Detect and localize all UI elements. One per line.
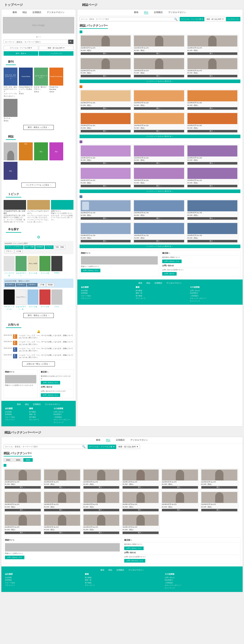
inquiry-btn[interactable]: お申し込みはこちら xyxy=(41,393,60,397)
tag-dtp[interactable]: DTP・印刷 xyxy=(24,245,35,249)
back-buy-btn-4-5[interactable]: 購入 → xyxy=(134,240,184,242)
bn-buy-btn-8[interactable]: 購入 → xyxy=(44,509,80,511)
bn-buy-btn-4[interactable]: 購入 → xyxy=(123,486,159,489)
bn-footer-nav-3[interactable]: 定期購読 xyxy=(116,569,124,571)
nav-books[interactable]: 書籍 xyxy=(12,11,17,14)
mag-footer-nav-1[interactable]: 書籍 xyxy=(138,282,142,284)
mag-item[interactable]: 雑誌 xyxy=(34,142,48,160)
tag-illust[interactable]: イラスト xyxy=(45,245,54,249)
back-buy-btn-4-3[interactable]: 購入 → xyxy=(187,217,237,220)
back-buy-btn-1-2[interactable]: 購入 → xyxy=(134,52,184,55)
book-item[interactable]: わかる！使える！デザイン わかる！使える！デザイン 著者名 xyxy=(34,68,48,98)
mag-inquiry-btn[interactable]: お問い合わせ xyxy=(162,272,177,276)
bn-buy-btn-16[interactable]: 購入 → xyxy=(123,532,159,534)
bn-nav-books[interactable]: 書籍 xyxy=(96,438,100,442)
back-buy-btn-4-4[interactable]: 購入 → xyxy=(81,240,131,242)
bn-item-6[interactable]: 2023年5月号 No.075 ¥1,500（税込） 購入 → xyxy=(200,468,238,490)
back-item-3-2[interactable]: 2023年5月号 No.202 ¥1,500（税込） 購入 → xyxy=(133,144,185,166)
back-buy-btn-3-3[interactable]: 購入 → xyxy=(187,162,237,165)
bn-search-input[interactable] xyxy=(4,446,81,448)
nav-magazine[interactable]: 雑誌 xyxy=(22,11,27,14)
bn-item-2[interactable]: 2023年5月号 No.075 ¥1,500（税込） 購入 → xyxy=(43,468,81,490)
back-buy-btn-1-3[interactable]: 購入 → xyxy=(187,52,237,55)
back-buy-btn-3-1[interactable]: 購入 → xyxy=(81,162,131,165)
search-input[interactable] xyxy=(4,40,67,44)
back-buy-btn-2-5[interactable]: 購入 → xyxy=(134,130,184,132)
bn-item-14[interactable]: 2023年5月号 No.075 ¥1,500（税込） 購入 → xyxy=(43,514,81,535)
mag-backnumber-btn[interactable]: バックナンバー xyxy=(226,17,240,21)
search-button[interactable]: 🔍 xyxy=(68,40,73,44)
back-item-1-6[interactable]: 2023年5月号 No.075 ¥1,500（税込） 購入 → xyxy=(186,57,238,79)
bn-buy-btn-11[interactable]: 購入 → xyxy=(162,509,198,511)
back-item-2-3[interactable]: 2023年6月号 No.302 ¥1,500（税込） 購入 → xyxy=(186,89,238,111)
back-item-2-5[interactable]: 2023年6月号 No.302 ¥1,500（税込） 購入 → xyxy=(133,112,185,134)
back-item-1-5[interactable]: 2023年5月号 No.075 ¥1,500（税込） 購入 → xyxy=(133,57,185,79)
bn-contact-apply-btn[interactable]: お申し込みはこちら xyxy=(124,546,144,550)
bn-nav-magazine[interactable]: 雑誌 xyxy=(106,438,110,442)
back-buy-btn-1-4[interactable]: 購入 → xyxy=(81,75,131,77)
back-item-3-3[interactable]: 2023年6月号 No.202 ¥1,500（税込） 購入 → xyxy=(186,144,238,166)
back-buy-btn-3-6[interactable]: 購入 → xyxy=(187,185,237,187)
back-item-1-4[interactable]: 2023年5月号 No.075 ¥1,500（税込） 購入 → xyxy=(80,57,132,79)
back-buy-btn-3-5[interactable]: 購入 → xyxy=(134,185,184,187)
bn-item-8[interactable]: 2023年5月号 No.075 ¥1,500（税込） 購入 → xyxy=(43,491,81,512)
bn-filter-btn1[interactable]: スペシャル・フィールド賞 ▼ xyxy=(88,445,116,449)
back-buy-btn-3-2[interactable]: 購入 → xyxy=(134,162,184,165)
back-item-1-1[interactable]: 2023年5月号 No.075 ¥1,500（税込） 購入 → xyxy=(80,34,132,56)
mag-search-icon[interactable]: 🔍 xyxy=(173,18,179,21)
footer-nav-mag[interactable]: 雑誌 xyxy=(25,403,29,406)
mag-item[interactable]: 雑誌 xyxy=(4,162,17,180)
bn-buy-btn-6[interactable]: 購入 → xyxy=(201,486,237,489)
back-item-1-2[interactable]: 2023年5月号 No.075 ¥1,500（税込） 購入 → xyxy=(133,34,185,56)
back-item-2-2[interactable]: 2023年6月号 No.302 ¥1,500（税込） 購入 → xyxy=(133,89,185,111)
mag-nav-digital[interactable]: デジタルマガジン xyxy=(168,11,186,14)
bn-related-btn[interactable]: お申し込みはこちら xyxy=(5,556,24,559)
bn-buy-btn-13[interactable]: 購入 → xyxy=(5,532,41,534)
tag2-2[interactable]: 中級者向け xyxy=(16,283,26,287)
back-buy-btn-1-6[interactable]: 購入 → xyxy=(187,75,237,77)
topic-item-2[interactable]: バックナンバーはデジタルマガジン バックナンバーはデジタルマガジンでご覧いただけ… xyxy=(27,200,50,223)
back-item-3-6[interactable]: 2023年6月号 No.202 ¥1,500（税込） 購入 → xyxy=(186,167,238,188)
back-item-2-1[interactable]: 2023年6月号 No.301 ¥1,500（税込） 購入 → xyxy=(80,89,132,111)
bn-buy-btn-12[interactable]: 購入 → xyxy=(201,509,237,511)
backnumber-btn[interactable]: バックナンバー xyxy=(39,51,73,56)
back-buy-btn-2-2[interactable]: 購入 → xyxy=(134,107,184,110)
mag-nav-magazine[interactable]: 雑誌 xyxy=(144,11,148,14)
back-buy-btn-2-4[interactable]: 購入 → xyxy=(81,130,131,132)
footer-nav-sub[interactable]: 定期購読 xyxy=(33,403,41,406)
tag-other[interactable]: その他 xyxy=(15,250,22,253)
back-buy-btn-1-5[interactable]: 購入 → xyxy=(134,75,184,77)
mag-more-btn[interactable]: バックナンバーもっと見る → xyxy=(21,183,56,188)
bn-buy-btn-3[interactable]: 購入 → xyxy=(83,486,120,489)
tag2-5[interactable]: 実践書 xyxy=(46,283,54,287)
bn-item-16[interactable]: 2023年5月号 No.075 ¥1,500（税込） 購入 → xyxy=(121,514,160,535)
bn-buy-btn-14[interactable]: 購入 → xyxy=(44,532,80,534)
nav-digital[interactable]: デジタルマガジン xyxy=(47,11,65,14)
mag-nav-books[interactable]: 書籍 xyxy=(134,11,138,14)
tag2-3[interactable]: 上級者向け xyxy=(27,283,37,287)
tag-web[interactable]: Web制作 xyxy=(35,245,44,249)
mag-search-input[interactable] xyxy=(80,18,173,20)
back-item-4-3[interactable]: 2023年6月号 No.755 ¥1,500（税込） 購入 → xyxy=(186,199,238,221)
year-tab-2021[interactable]: 2021 xyxy=(4,458,13,462)
back-item-4-2[interactable]: 2023年6月号 No.755 ¥1,500（税込） 購入 → xyxy=(133,199,185,221)
book-item[interactable]: Owned Media Owned Mediaスタートアップを考えた 著者名 xyxy=(19,68,33,98)
section1-more-btn[interactable]: バックナンバーをさらに表示する → xyxy=(80,79,240,83)
bn-item-11[interactable]: 2023年5月号 No.075 ¥1,500（税込） 購入 → xyxy=(161,491,199,512)
back-item-1-3[interactable]: 2023年5月号 No.075 ¥1,500（税込） 購入 → xyxy=(186,34,238,56)
back-item-3-5[interactable]: 2023年5月号 No.202 ¥1,500（税込） 購入 → xyxy=(133,167,185,188)
bn-buy-btn-10[interactable]: 購入 → xyxy=(123,509,159,511)
back-item-4-5[interactable]: 2023年6月号 No.755 ¥1,500（税込） 購入 → xyxy=(133,222,185,243)
mag-item[interactable]: 雑誌 xyxy=(19,142,33,160)
book-item[interactable]: タイトル 著者名 xyxy=(4,99,17,122)
back-item-3-1[interactable]: 2023年4月号 No.202 ¥1,500（税込） 購入 → xyxy=(80,144,132,166)
bn-buy-btn-15[interactable]: 購入 → xyxy=(83,532,120,534)
bn-buy-btn-5[interactable]: 購入 → xyxy=(162,486,198,489)
mag-footer-nav-4[interactable]: デジタルマガジン xyxy=(166,282,182,284)
mag-related-btn[interactable]: お申し込みはこちら xyxy=(81,269,100,272)
bn-item-15[interactable]: 2023年5月号 No.075 ¥1,500（税込） 購入 → xyxy=(82,514,121,535)
bn-nav-digital[interactable]: デジタルマガジン xyxy=(130,438,148,442)
bn-item-1[interactable]: 2023年5月号 No.075 ¥1,500（税込） 購入 → xyxy=(4,468,42,490)
book-item[interactable]: People First Branding People First Brand… xyxy=(49,68,63,98)
tag-photo[interactable]: 写真・映像 xyxy=(54,245,65,249)
